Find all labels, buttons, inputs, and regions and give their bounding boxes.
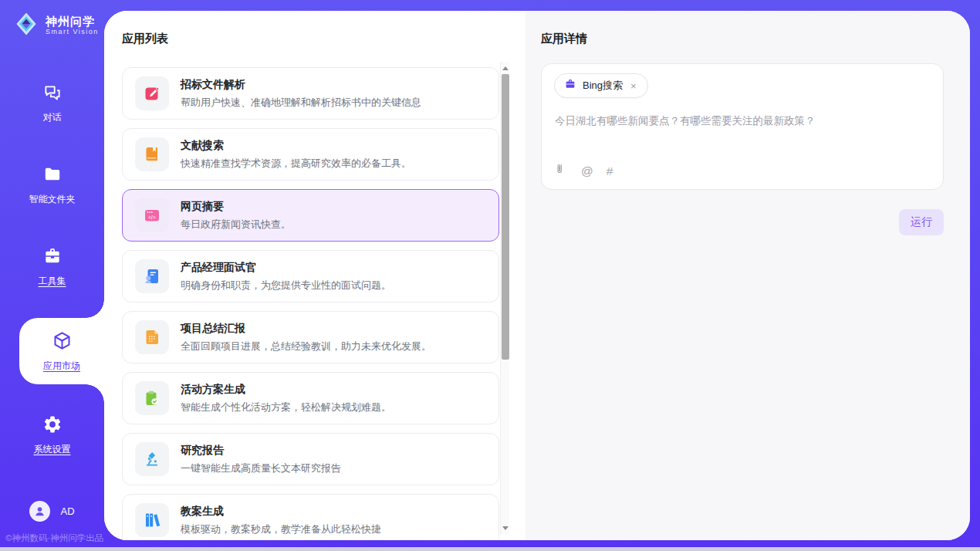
sidebar-item-chat[interactable]: 对话 bbox=[0, 79, 104, 128]
sidebar-item-label: 应用市场 bbox=[43, 360, 80, 373]
app-item-project-summary[interactable]: 项目总结汇报 全面回顾项目进展，总结经验教训，助力未来优化发展。 bbox=[122, 311, 499, 363]
app-list: 招标文件解析 帮助用户快速、准确地理解和解析招标书中的关键信息 文献搜索 bbox=[122, 67, 499, 540]
query-input-card[interactable]: Bing搜索 × 今日湖北有哪些新闻要点？有哪些需要关注的最新政策？ @ # bbox=[541, 63, 944, 190]
chip-close-icon[interactable]: × bbox=[629, 79, 638, 93]
sidebar: 神州问学 Smart Vision 对话 bbox=[0, 0, 104, 551]
book-icon bbox=[135, 137, 169, 171]
app-item-description: 每日政府新闻资讯快查。 bbox=[181, 218, 291, 232]
gem-logo-icon bbox=[12, 10, 40, 41]
app-item-research-report[interactable]: 研究报告 一键智能生成高质量长文本研究报告 bbox=[122, 433, 499, 485]
sidebar-item-app-market[interactable]: 应用市场 bbox=[19, 318, 104, 384]
browser-code-icon: </> bbox=[135, 198, 169, 232]
app-item-name: 研究报告 bbox=[181, 444, 341, 458]
clipboard-check-icon bbox=[135, 381, 169, 415]
toolbox-icon bbox=[42, 246, 63, 269]
brand-name: 神州问学 bbox=[46, 15, 99, 28]
sidebar-item-label: 系统设置 bbox=[34, 443, 71, 456]
tool-chip-bing-search[interactable]: Bing搜索 × bbox=[554, 73, 648, 98]
microscope-icon bbox=[135, 442, 169, 476]
note-icon bbox=[135, 320, 169, 354]
tool-chip-label: Bing搜索 bbox=[583, 79, 623, 93]
app-item-name: 招标文件解析 bbox=[181, 78, 421, 92]
app-item-description: 快速精准查找学术资源，提高研究效率的必备工具。 bbox=[181, 157, 411, 171]
at-mention-icon[interactable]: @ bbox=[581, 164, 593, 178]
app-item-description: 全面回顾项目进展，总结经验教训，助力未来优化发展。 bbox=[181, 340, 431, 353]
paperclip-icon[interactable] bbox=[555, 163, 568, 179]
query-text[interactable]: 今日湖北有哪些新闻要点？有哪些需要关注的最新政策？ bbox=[555, 113, 931, 129]
copyright-text: ©神州数码·神州问学出品 bbox=[5, 532, 103, 544]
app-list-scrollbar[interactable] bbox=[500, 62, 509, 534]
app-item-description: 一键智能生成高质量长文本研究报告 bbox=[181, 461, 341, 475]
interview-resume-icon bbox=[135, 259, 169, 293]
run-button[interactable]: 运行 bbox=[899, 209, 944, 235]
app-item-pm-interviewer[interactable]: 产品经理面试官 明确身份和职责，为您提供专业性的面试问题。 bbox=[122, 250, 499, 303]
folder-icon bbox=[42, 164, 63, 188]
run-row: 运行 bbox=[541, 209, 944, 235]
scroll-down-arrow[interactable] bbox=[501, 523, 510, 532]
window-bottom-edge bbox=[0, 547, 980, 551]
app-window: 神州问学 Smart Vision 对话 bbox=[0, 0, 980, 551]
sidebar-item-label: 智能文件夹 bbox=[29, 193, 76, 206]
app-item-lesson-plan[interactable]: 教案生成 模板驱动，教案秒成，教学准备从此轻松快捷 bbox=[122, 494, 499, 540]
app-item-web-summary[interactable]: </> 网页摘要 每日政府新闻资讯快查。 bbox=[122, 189, 499, 242]
app-item-name: 产品经理面试官 bbox=[181, 261, 391, 275]
edit-document-icon bbox=[135, 76, 169, 110]
app-list-panel: 应用列表 招标文件解析 帮助用户快速、准确地理解和解析招标书中的关键信息 bbox=[104, 11, 525, 540]
svg-text:</>: </> bbox=[148, 215, 156, 220]
sidebar-nav: 对话 智能文件夹 工具集 bbox=[0, 79, 104, 460]
app-item-name: 网页摘要 bbox=[181, 200, 291, 214]
sidebar-item-label: 对话 bbox=[43, 111, 62, 124]
app-item-literature-search[interactable]: 文献搜索 快速精准查找学术资源，提高研究效率的必备工具。 bbox=[122, 128, 499, 181]
app-item-name: 活动方案生成 bbox=[181, 383, 391, 397]
sidebar-item-settings[interactable]: 系统设置 bbox=[0, 411, 104, 460]
hash-tag-icon[interactable]: # bbox=[607, 164, 613, 178]
chat-icon bbox=[42, 83, 63, 106]
app-item-event-plan[interactable]: 活动方案生成 智能生成个性化活动方案，轻松解决规划难题。 bbox=[122, 372, 499, 424]
user-account[interactable]: AD bbox=[0, 501, 104, 522]
user-name: AD bbox=[60, 505, 74, 517]
app-item-description: 智能生成个性化活动方案，轻松解决规划难题。 bbox=[181, 401, 391, 414]
gear-icon bbox=[42, 414, 63, 438]
sidebar-item-toolset[interactable]: 工具集 bbox=[0, 242, 104, 292]
books-icon bbox=[135, 503, 169, 537]
brand-tagline: Smart Vision bbox=[46, 28, 99, 36]
app-item-bid-parse[interactable]: 招标文件解析 帮助用户快速、准确地理解和解析招标书中的关键信息 bbox=[122, 67, 499, 120]
sidebar-item-label: 工具集 bbox=[39, 275, 66, 288]
cube-icon bbox=[52, 330, 73, 354]
scroll-up-arrow[interactable] bbox=[501, 63, 510, 73]
app-item-name: 教案生成 bbox=[181, 505, 381, 519]
app-item-name: 项目总结汇报 bbox=[181, 322, 431, 336]
app-item-description: 明确身份和职责，为您提供专业性的面试问题。 bbox=[181, 279, 391, 292]
scrollbar-thumb[interactable] bbox=[502, 74, 509, 360]
app-item-description: 模板驱动，教案秒成，教学准备从此轻松快捷 bbox=[181, 522, 381, 536]
app-item-name: 文献搜索 bbox=[181, 139, 411, 153]
brand-logo: 神州问学 Smart Vision bbox=[12, 10, 99, 41]
content-card: 应用列表 招标文件解析 帮助用户快速、准确地理解和解析招标书中的关键信息 bbox=[104, 11, 970, 540]
avatar bbox=[29, 501, 50, 522]
attachment-toolbar: @ # bbox=[555, 163, 613, 179]
briefcase-icon bbox=[564, 78, 576, 93]
app-list-title: 应用列表 bbox=[122, 32, 168, 46]
app-item-description: 帮助用户快速、准确地理解和解析招标书中的关键信息 bbox=[181, 96, 421, 110]
sidebar-item-smart-folder[interactable]: 智能文件夹 bbox=[0, 161, 104, 210]
app-detail-title: 应用详情 bbox=[541, 32, 587, 46]
app-detail-panel: 应用详情 Bing搜索 × 今日湖北有哪些新闻要点？有哪些需要关注的最新政策？ bbox=[525, 11, 970, 540]
